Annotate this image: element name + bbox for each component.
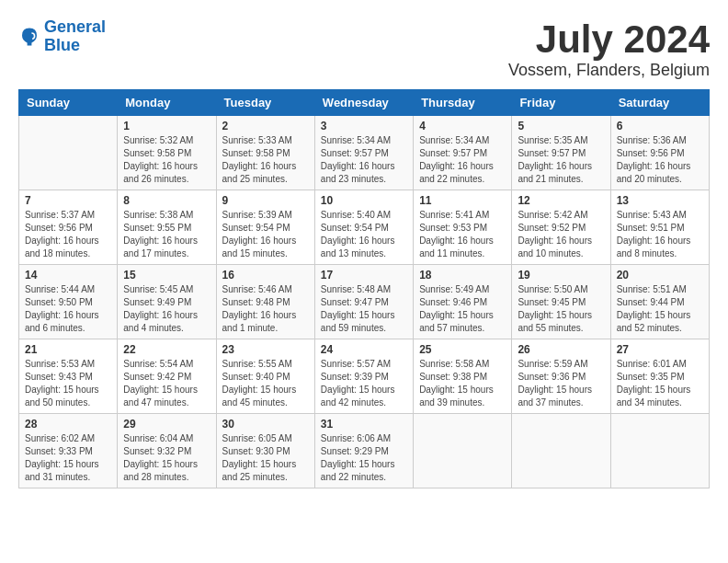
weekday-row: SundayMondayTuesdayWednesdayThursdayFrid… bbox=[19, 90, 710, 116]
day-number: 3 bbox=[321, 120, 407, 132]
day-info: Sunrise: 5:37 AM Sunset: 9:56 PM Dayligh… bbox=[25, 209, 111, 260]
day-number: 22 bbox=[123, 343, 210, 356]
calendar-table: SundayMondayTuesdayWednesdayThursdayFrid… bbox=[18, 89, 710, 488]
day-number: 13 bbox=[617, 194, 703, 207]
day-number: 11 bbox=[419, 194, 506, 207]
day-info: Sunrise: 5:48 AM Sunset: 9:47 PM Dayligh… bbox=[321, 283, 407, 335]
day-number: 9 bbox=[222, 194, 309, 207]
calendar-cell bbox=[512, 414, 610, 488]
day-info: Sunrise: 5:51 AM Sunset: 9:44 PM Dayligh… bbox=[617, 283, 703, 335]
calendar-cell: 12Sunrise: 5:42 AM Sunset: 9:52 PM Dayli… bbox=[512, 190, 610, 265]
calendar-cell bbox=[19, 116, 118, 190]
day-number: 19 bbox=[518, 269, 604, 282]
logo-text: General Blue bbox=[44, 18, 106, 55]
calendar-cell: 3Sunrise: 5:34 AM Sunset: 9:57 PM Daylig… bbox=[314, 116, 413, 190]
day-number: 17 bbox=[321, 269, 407, 282]
day-info: Sunrise: 5:36 AM Sunset: 9:56 PM Dayligh… bbox=[617, 134, 703, 186]
day-info: Sunrise: 5:32 AM Sunset: 9:58 PM Dayligh… bbox=[123, 134, 210, 186]
day-number: 25 bbox=[419, 343, 506, 356]
day-info: Sunrise: 5:34 AM Sunset: 9:57 PM Dayligh… bbox=[419, 134, 506, 186]
logo-general: General bbox=[44, 17, 106, 36]
calendar-cell: 2Sunrise: 5:33 AM Sunset: 9:58 PM Daylig… bbox=[216, 116, 314, 190]
calendar-cell: 21Sunrise: 5:53 AM Sunset: 9:43 PM Dayli… bbox=[19, 339, 118, 414]
calendar-cell: 13Sunrise: 5:43 AM Sunset: 9:51 PM Dayli… bbox=[610, 190, 709, 265]
calendar-cell: 29Sunrise: 6:04 AM Sunset: 9:32 PM Dayli… bbox=[118, 414, 216, 488]
day-number: 16 bbox=[222, 269, 309, 282]
calendar-cell: 25Sunrise: 5:58 AM Sunset: 9:38 PM Dayli… bbox=[414, 339, 512, 414]
calendar-cell: 1Sunrise: 5:32 AM Sunset: 9:58 PM Daylig… bbox=[118, 116, 216, 190]
calendar-week-row: 14Sunrise: 5:44 AM Sunset: 9:50 PM Dayli… bbox=[19, 265, 710, 339]
calendar-cell: 14Sunrise: 5:44 AM Sunset: 9:50 PM Dayli… bbox=[19, 265, 118, 339]
day-number: 30 bbox=[222, 418, 309, 431]
calendar-header: SundayMondayTuesdayWednesdayThursdayFrid… bbox=[19, 90, 710, 116]
day-info: Sunrise: 6:01 AM Sunset: 9:35 PM Dayligh… bbox=[617, 358, 703, 409]
calendar-cell: 15Sunrise: 5:45 AM Sunset: 9:49 PM Dayli… bbox=[118, 265, 216, 339]
calendar-cell: 4Sunrise: 5:34 AM Sunset: 9:57 PM Daylig… bbox=[414, 116, 512, 190]
calendar-cell: 27Sunrise: 6:01 AM Sunset: 9:35 PM Dayli… bbox=[610, 339, 709, 414]
day-info: Sunrise: 5:42 AM Sunset: 9:52 PM Dayligh… bbox=[518, 209, 604, 260]
day-info: Sunrise: 5:40 AM Sunset: 9:54 PM Dayligh… bbox=[321, 209, 407, 260]
day-info: Sunrise: 5:59 AM Sunset: 9:36 PM Dayligh… bbox=[518, 358, 604, 409]
day-info: Sunrise: 5:35 AM Sunset: 9:57 PM Dayligh… bbox=[518, 134, 604, 186]
weekday-header: Thursday bbox=[414, 90, 512, 116]
location-title: Vossem, Flanders, Belgium bbox=[508, 61, 710, 80]
day-info: Sunrise: 5:38 AM Sunset: 9:55 PM Dayligh… bbox=[123, 209, 210, 260]
page-header: General Blue July 2024 Vossem, Flanders,… bbox=[18, 18, 710, 80]
day-info: Sunrise: 5:45 AM Sunset: 9:49 PM Dayligh… bbox=[123, 283, 210, 335]
weekday-header: Monday bbox=[118, 90, 216, 116]
day-info: Sunrise: 5:41 AM Sunset: 9:53 PM Dayligh… bbox=[419, 209, 506, 260]
day-number: 27 bbox=[617, 343, 703, 356]
day-info: Sunrise: 5:55 AM Sunset: 9:40 PM Dayligh… bbox=[222, 358, 309, 409]
calendar-cell: 24Sunrise: 5:57 AM Sunset: 9:39 PM Dayli… bbox=[314, 339, 413, 414]
calendar-cell: 22Sunrise: 5:54 AM Sunset: 9:42 PM Dayli… bbox=[118, 339, 216, 414]
day-info: Sunrise: 5:53 AM Sunset: 9:43 PM Dayligh… bbox=[25, 358, 111, 409]
calendar-cell: 23Sunrise: 5:55 AM Sunset: 9:40 PM Dayli… bbox=[216, 339, 314, 414]
calendar-cell: 20Sunrise: 5:51 AM Sunset: 9:44 PM Dayli… bbox=[610, 265, 709, 339]
day-number: 28 bbox=[25, 418, 111, 431]
day-number: 18 bbox=[419, 269, 506, 282]
day-number: 5 bbox=[518, 120, 604, 132]
calendar-cell: 30Sunrise: 6:05 AM Sunset: 9:30 PM Dayli… bbox=[216, 414, 314, 488]
calendar-cell: 16Sunrise: 5:46 AM Sunset: 9:48 PM Dayli… bbox=[216, 265, 314, 339]
day-number: 14 bbox=[25, 269, 111, 282]
calendar-cell: 6Sunrise: 5:36 AM Sunset: 9:56 PM Daylig… bbox=[610, 116, 709, 190]
day-number: 15 bbox=[123, 269, 210, 282]
weekday-header: Tuesday bbox=[216, 90, 314, 116]
calendar-cell: 26Sunrise: 5:59 AM Sunset: 9:36 PM Dayli… bbox=[512, 339, 610, 414]
day-info: Sunrise: 6:05 AM Sunset: 9:30 PM Dayligh… bbox=[222, 432, 309, 484]
day-number: 1 bbox=[123, 120, 210, 132]
month-title: July 2024 bbox=[508, 18, 710, 61]
calendar-cell: 31Sunrise: 6:06 AM Sunset: 9:29 PM Dayli… bbox=[314, 414, 413, 488]
day-number: 21 bbox=[25, 343, 111, 356]
calendar-cell: 8Sunrise: 5:38 AM Sunset: 9:55 PM Daylig… bbox=[118, 190, 216, 265]
day-number: 20 bbox=[617, 269, 703, 282]
day-number: 2 bbox=[222, 120, 309, 132]
day-number: 10 bbox=[321, 194, 407, 207]
calendar-cell: 9Sunrise: 5:39 AM Sunset: 9:54 PM Daylig… bbox=[216, 190, 314, 265]
day-number: 4 bbox=[419, 120, 506, 132]
calendar-week-row: 7Sunrise: 5:37 AM Sunset: 9:56 PM Daylig… bbox=[19, 190, 710, 265]
day-info: Sunrise: 5:43 AM Sunset: 9:51 PM Dayligh… bbox=[617, 209, 703, 260]
day-number: 26 bbox=[518, 343, 604, 356]
day-info: Sunrise: 5:33 AM Sunset: 9:58 PM Dayligh… bbox=[222, 134, 309, 186]
weekday-header: Friday bbox=[512, 90, 610, 116]
weekday-header: Sunday bbox=[19, 90, 118, 116]
title-block: July 2024 Vossem, Flanders, Belgium bbox=[508, 18, 710, 80]
calendar-cell: 28Sunrise: 6:02 AM Sunset: 9:33 PM Dayli… bbox=[19, 414, 118, 488]
day-number: 31 bbox=[321, 418, 407, 431]
calendar-week-row: 28Sunrise: 6:02 AM Sunset: 9:33 PM Dayli… bbox=[19, 414, 710, 488]
day-info: Sunrise: 5:34 AM Sunset: 9:57 PM Dayligh… bbox=[321, 134, 407, 186]
day-info: Sunrise: 6:04 AM Sunset: 9:32 PM Dayligh… bbox=[123, 432, 210, 484]
calendar-week-row: 21Sunrise: 5:53 AM Sunset: 9:43 PM Dayli… bbox=[19, 339, 710, 414]
day-info: Sunrise: 5:46 AM Sunset: 9:48 PM Dayligh… bbox=[222, 283, 309, 335]
logo-icon bbox=[18, 26, 40, 48]
calendar-cell: 7Sunrise: 5:37 AM Sunset: 9:56 PM Daylig… bbox=[19, 190, 118, 265]
day-info: Sunrise: 5:58 AM Sunset: 9:38 PM Dayligh… bbox=[419, 358, 506, 409]
day-info: Sunrise: 5:39 AM Sunset: 9:54 PM Dayligh… bbox=[222, 209, 309, 260]
calendar-cell bbox=[610, 414, 709, 488]
calendar-body: 1Sunrise: 5:32 AM Sunset: 9:58 PM Daylig… bbox=[19, 116, 710, 488]
day-number: 24 bbox=[321, 343, 407, 356]
calendar-week-row: 1Sunrise: 5:32 AM Sunset: 9:58 PM Daylig… bbox=[19, 116, 710, 190]
day-info: Sunrise: 5:54 AM Sunset: 9:42 PM Dayligh… bbox=[123, 358, 210, 409]
logo: General Blue bbox=[18, 18, 106, 55]
